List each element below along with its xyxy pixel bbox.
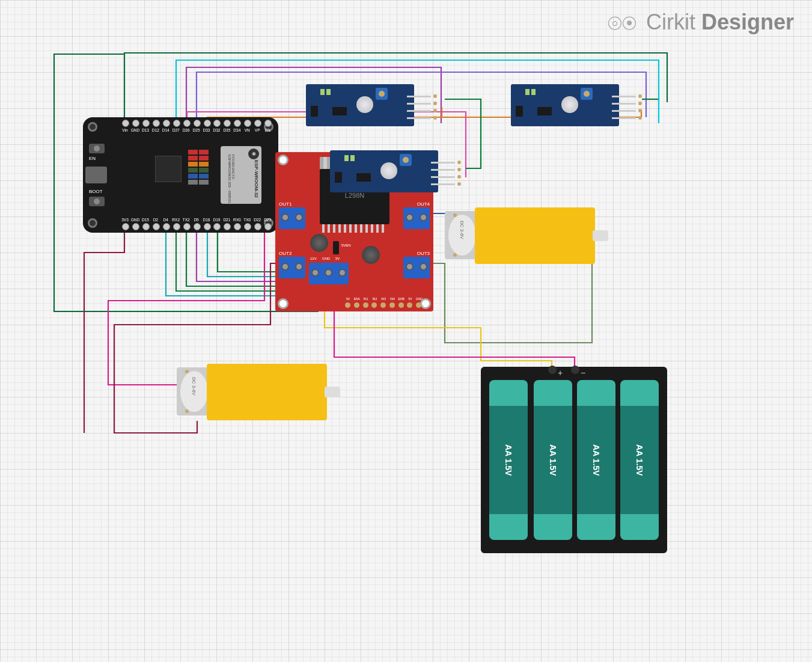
pin-label: D23 (260, 218, 275, 222)
ctrl-pin-gnd[interactable]: GND (416, 289, 423, 308)
wifi-icon: ◉ (248, 149, 259, 159)
ir-sensor-2[interactable] (511, 84, 619, 126)
motor-gearbox (207, 364, 327, 420)
out3-terminal[interactable] (403, 257, 430, 278)
battery-cell: AA 1.5V (620, 380, 659, 540)
mounting-hole (88, 218, 97, 228)
motor-gearbox (475, 207, 595, 264)
ctrl-pin-5v[interactable]: 5V (407, 289, 414, 308)
ctrl-pin-label: IN1 (362, 297, 370, 301)
power-led (320, 89, 325, 95)
ir-sensor-1[interactable] (306, 84, 414, 126)
ir-receiver (561, 96, 578, 113)
esp32-led-matrix (188, 150, 209, 189)
out4-label: OUT4 (417, 201, 430, 207)
battery-pos-terminal[interactable] (548, 366, 557, 374)
shield-label: ESP-WROOM-32 (254, 160, 259, 198)
motor-axle (593, 230, 608, 241)
jumper-label: 5VEN (341, 244, 351, 247)
en-label: EN (89, 156, 96, 161)
ir-pins (612, 94, 642, 123)
ir-emitter (311, 106, 318, 117)
battery-neg-terminal[interactable] (571, 366, 579, 374)
potentiometer[interactable] (376, 88, 388, 100)
out3-label: OUT3 (417, 251, 430, 256)
comparator-chip (537, 107, 552, 115)
ir-emitter (335, 172, 342, 183)
ctrl-pin-in1[interactable]: IN1 (363, 289, 370, 308)
power-terminal[interactable] (309, 263, 349, 284)
motor-terminal-pos[interactable] (185, 370, 189, 373)
boot-button[interactable] (89, 197, 105, 206)
ctrl-pin-ena[interactable]: ENA (354, 289, 361, 308)
pwr-12v: 12V (310, 257, 317, 260)
out2-label: OUT2 (279, 251, 292, 256)
signal-led (350, 155, 355, 161)
power-led (344, 155, 349, 161)
esp32-mcu-chip (155, 156, 182, 182)
esp32-board[interactable]: VinGNDD13D12D14D27D26D25D33D32D35D34VNVP… (83, 117, 278, 233)
pin-en[interactable]: EN (263, 120, 272, 140)
cell-label: AA 1.5V (591, 444, 601, 476)
pin-d23[interactable]: D23 (263, 210, 272, 230)
pwr-gnd: GND (322, 257, 330, 260)
shield-marking: FCC9D:2AC7Z-ESPWROOM32 Z05 - 0005S1 (228, 155, 235, 204)
battery-cell: AA 1.5V (534, 380, 572, 540)
cell-label: AA 1.5V (635, 444, 644, 476)
brand-logo: ⦾⦿ Cirkit Designer (608, 10, 794, 35)
ir-sensor-3[interactable] (330, 150, 438, 192)
ir-receiver (356, 96, 373, 113)
motor-terminal-neg[interactable] (185, 409, 189, 413)
ir-pins (431, 160, 461, 189)
usb-port (85, 167, 107, 183)
ctrl-pin-label: 5V (406, 297, 414, 301)
battery-minus-label: − (581, 368, 585, 378)
battery-plus-label: + (558, 368, 563, 378)
capacitor (310, 234, 328, 252)
out2-terminal[interactable] (279, 257, 305, 278)
mounting-hole (88, 122, 97, 132)
potentiometer[interactable] (400, 154, 412, 166)
ctrl-pin-5v[interactable]: 5V (345, 289, 352, 308)
control-pins[interactable]: 5VENAIN1IN2IN3IN4ENB5VGND (345, 289, 423, 308)
ctrl-pin-label: IN4 (388, 297, 397, 301)
potentiometer[interactable] (581, 88, 593, 100)
ctrl-pin-in3[interactable]: IN3 (380, 289, 388, 308)
cell-label: AA 1.5V (504, 444, 513, 476)
out1-terminal[interactable] (279, 207, 305, 229)
pin-label: EN (260, 128, 275, 132)
brand-name: Cirkit (646, 10, 695, 34)
motor-terminal-neg[interactable] (453, 253, 457, 257)
signal-led (531, 89, 536, 95)
motor-terminal-pos[interactable] (453, 213, 457, 217)
cell-label: AA 1.5V (548, 444, 558, 476)
wifi-shield: ◉ FCC9D:2AC7Z-ESPWROOM32 Z05 - 0005S1 ES… (221, 146, 261, 204)
ctrl-pin-enb[interactable]: ENB (398, 289, 406, 308)
pwr-5v: 5V (335, 257, 340, 260)
ctrl-pin-label: 5V (344, 297, 352, 301)
out1-label: OUT1 (279, 201, 292, 207)
signal-led (326, 89, 331, 95)
ctrl-pin-label: ENB (397, 297, 406, 301)
circuit-icon: ⦾⦿ (608, 13, 636, 33)
product-name: Designer (701, 10, 794, 34)
ir-receiver (380, 162, 397, 179)
chip-pins (322, 224, 387, 233)
en-button[interactable] (89, 144, 105, 153)
capacitor (362, 246, 380, 264)
motor-axle (325, 387, 340, 397)
ctrl-pin-label: ENA (353, 297, 361, 301)
ctrl-pin-label: IN2 (370, 297, 379, 301)
boot-label: BOOT (89, 189, 103, 194)
out4-terminal[interactable] (403, 207, 430, 229)
motor-label: DC 3-6V (459, 221, 465, 239)
ctrl-pin-label: GND (415, 297, 423, 301)
ctrl-pin-in4[interactable]: IN4 (389, 289, 397, 308)
esp32-top-pins: VinGNDD13D12D14D27D26D25D33D32D35D34VNVP… (120, 120, 272, 140)
motor-label: DC 3-6V (191, 377, 197, 396)
battery-holder[interactable]: + − AA 1.5V AA 1.5V AA 1.5V AA 1.5V (481, 367, 667, 553)
ctrl-pin-in2[interactable]: IN2 (371, 289, 379, 308)
esp32-bottom-pins: 3V3GNDD15D2D4RX2TX2D5D18D19D21RX0TX0D22D… (120, 210, 272, 230)
ctrl-pin-label: IN3 (379, 297, 388, 301)
5v-jumper[interactable] (333, 241, 339, 254)
